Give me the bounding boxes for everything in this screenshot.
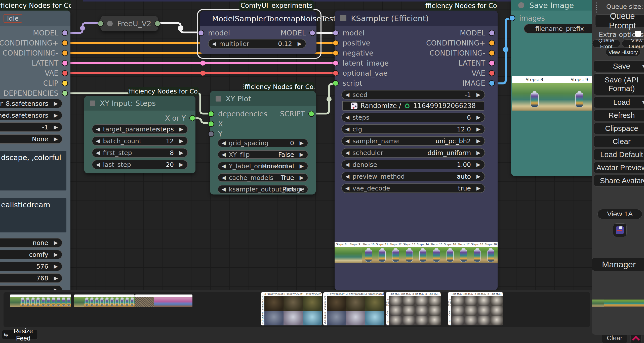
decrement-icon[interactable]: ◀ (222, 152, 226, 157)
node-freeu-v2[interactable]: FreeU_V2 (100, 16, 158, 31)
increment-icon[interactable]: ▶ (298, 41, 302, 46)
xy_plot-widget-Y_label_orientation[interactable]: ◀Y_label_orientationHorizontal▶ (218, 162, 308, 170)
image-feed-panel[interactable]: Seed: 97627656461567Seed: 97627656461568… (4, 292, 590, 327)
conditioning--slot[interactable] (62, 50, 68, 56)
view-history-button[interactable]: View History (606, 48, 640, 56)
manager-button[interactable]: Manager (592, 258, 644, 271)
loader-widget-none[interactable]: none▶ (0, 238, 62, 248)
decrement-icon[interactable]: ◀ (222, 175, 226, 180)
decrement-icon[interactable]: ◀ (345, 174, 349, 179)
avatar-preview-button[interactable]: Avatar Preview (594, 162, 644, 173)
feed-thumbnail-xy-grid[interactable] (74, 295, 135, 307)
xy_input-widget-target_parameter[interactable]: ◀target_parametersteps▶ (92, 124, 188, 134)
view-queue-button[interactable]: View Queue (622, 39, 644, 47)
decrement-icon[interactable]: ◀ (212, 41, 216, 46)
view-1a-button[interactable]: View 1A (597, 209, 642, 219)
images-slot[interactable] (509, 15, 515, 21)
ksampler-widget-denoise[interactable]: ◀denoise1.00▶ (341, 160, 485, 169)
queue-front-button[interactable]: Queue Front (592, 39, 620, 47)
decrement-icon[interactable]: ◀ (345, 162, 349, 167)
increment-icon[interactable]: ▶ (476, 174, 480, 179)
increment-icon[interactable]: ▶ (476, 115, 480, 120)
increment-icon[interactable]: ▶ (476, 150, 480, 156)
increment-icon[interactable]: ▶ (300, 187, 304, 192)
loader-widget-comfy[interactable]: comfy▶ (0, 250, 62, 259)
feed-thumbnail-lora-grid[interactable]: LoRA Mstr: 0LoRA Mstr: 0.33LoRA Mstr: 0.… (386, 292, 441, 325)
tonemap-widget-multiplier[interactable]: ◀multiplier0.12▶ (208, 39, 306, 48)
node-save-image[interactable]: Save Image images filename_prefix Steps:… (511, 0, 602, 176)
feed-thumbnail-seed-grid[interactable]: Seed: 97627656461567Seed: 97627656461568… (323, 292, 384, 325)
clip-slot[interactable] (62, 80, 68, 86)
increment-icon[interactable]: ▶ (54, 101, 58, 106)
share-avatar-button[interactable]: Share Avatar▼ (594, 175, 644, 186)
model-slot[interactable] (309, 30, 315, 36)
drag-handle-icon[interactable]: ⋮⋮ (593, 3, 600, 12)
ksampler-widget-sampler_name[interactable]: ◀sampler_nameuni_pc_bh2▶ (341, 136, 485, 146)
decrement-icon[interactable]: ◀ (96, 138, 100, 144)
collapse-square-icon[interactable] (90, 101, 95, 106)
increment-icon[interactable]: ▶ (300, 164, 304, 169)
refresh-button[interactable]: Refresh (594, 110, 644, 121)
increment-icon[interactable]: ▶ (54, 136, 58, 142)
dropdown-arrow-icon[interactable]: ▼ (641, 178, 644, 183)
dropdown-arrow-icon[interactable]: ▼ (641, 100, 644, 105)
increment-icon[interactable]: ▶ (179, 162, 183, 167)
decrement-icon[interactable]: ◀ (96, 162, 100, 167)
image-slot[interactable] (489, 80, 495, 86)
xy_plot-widget-cache_models[interactable]: ◀cache_modelsTrue▶ (218, 173, 308, 182)
graph-canvas[interactable]: Efficiency Nodes for Co.. Idle MODELCOND… (0, 0, 644, 290)
xy_plot-widget-XY_flip[interactable]: ◀XY_flipFalse▶ (218, 150, 308, 159)
collapse-dot-icon[interactable] (107, 21, 113, 26)
extra-options-checkbox[interactable] (635, 31, 641, 37)
increment-icon[interactable]: ▶ (476, 186, 480, 191)
increment-icon[interactable]: ▶ (179, 150, 183, 156)
increment-icon[interactable]: ▶ (476, 162, 480, 167)
loader-widget--1[interactable]: -1▶ (0, 122, 62, 132)
decrement-icon[interactable]: ◀ (345, 186, 349, 191)
scroll-top-button[interactable] (630, 334, 641, 343)
xy_input-widget-first_step[interactable]: ◀first_step8▶ (92, 148, 188, 158)
clear-button[interactable]: Clear (594, 136, 644, 147)
freeu-left-slot[interactable] (98, 21, 104, 27)
load-button[interactable]: Load▼ (594, 96, 644, 108)
increment-icon[interactable]: ▶ (300, 175, 304, 180)
xy_input-widget-batch_count[interactable]: ◀batch_count12▶ (92, 136, 188, 146)
feed-mini-thumbnail[interactable] (592, 300, 644, 307)
increment-icon[interactable]: ▶ (179, 138, 183, 144)
loader-widget-768[interactable]: 768▶ (0, 273, 62, 283)
dropdown-arrow-icon[interactable]: ▼ (641, 64, 644, 69)
decrement-icon[interactable]: ◀ (345, 138, 349, 144)
increment-icon[interactable]: ▶ (54, 252, 58, 257)
increment-icon[interactable]: ▶ (179, 127, 183, 132)
increment-icon[interactable]: ▶ (476, 92, 480, 97)
seed-control-button[interactable]: Randomize / ♻ 116499192066238 (342, 101, 484, 111)
increment-icon[interactable]: ▶ (300, 152, 304, 157)
decrement-icon[interactable]: ◀ (345, 150, 349, 156)
queue-prompt-button[interactable]: Queue Prompt (595, 14, 644, 27)
ksampler-widget-vae_decode[interactable]: ◀vae_decodetrue▶ (341, 183, 485, 193)
xy_input-widget-last_step[interactable]: ◀last_step20▶ (92, 160, 188, 169)
ksampler-widget-cfg[interactable]: ◀cfg12.0▶ (341, 124, 485, 134)
xy_plot-widget-grid_spacing[interactable]: ◀grid_spacing0▶ (218, 139, 308, 147)
feed-thumbnail-xy-grid[interactable] (10, 295, 71, 307)
increment-icon[interactable]: ▶ (54, 113, 58, 118)
loader-widget-None[interactable]: None▶ (0, 134, 62, 144)
model-slot[interactable] (62, 30, 68, 36)
conditioning+-slot[interactable] (62, 40, 68, 46)
node-tonemap[interactable]: ModelSamplerTonemapNoiseTest model MODEL… (200, 11, 316, 54)
ksampler-widget-scheduler[interactable]: ◀schedulerddim_uniform▶ (341, 148, 485, 158)
vae-slot[interactable] (489, 70, 495, 76)
ksampler-widget-seed[interactable]: ◀seed-1▶ (341, 90, 485, 100)
increment-icon[interactable]: ▶ (54, 276, 58, 281)
feed-thumbnail-lora-grid[interactable]: LoRA Mstr: 0LoRA Mstr: 0.33LoRA Mstr: 0.… (448, 292, 503, 325)
dependencies-slot[interactable] (62, 90, 68, 96)
increment-icon[interactable]: ▶ (54, 125, 58, 130)
collapse-square-icon[interactable] (340, 15, 346, 21)
save-workflow-icon-button[interactable] (613, 223, 627, 237)
increment-icon[interactable]: ▶ (54, 240, 58, 246)
negative-prompt-textarea[interactable]: ealisticdream (0, 198, 66, 232)
vae-slot[interactable] (62, 70, 68, 76)
decrement-icon[interactable]: ◀ (345, 92, 349, 97)
increment-icon[interactable]: ▶ (54, 264, 58, 269)
node-xy-plot[interactable]: XY Plot dependenciesXY SCRIPT ◀grid_spac… (210, 91, 316, 194)
